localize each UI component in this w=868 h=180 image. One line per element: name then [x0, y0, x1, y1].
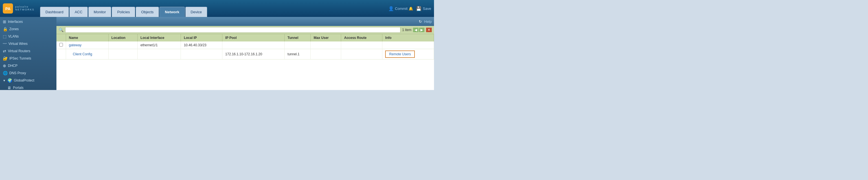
- main-container: ⊞ Interfaces 🔒 Zones ⬚ VLANs 〰 Virtual W…: [0, 17, 434, 90]
- content-panel: ↻ Help 🔍 1 item ◀ ▶ ✕ Name Location: [56, 17, 434, 90]
- commit-icon: 👤: [388, 6, 394, 11]
- col-name: Name: [66, 34, 108, 41]
- sidebar-item-interfaces[interactable]: ⊞ Interfaces: [0, 18, 56, 25]
- prev-page-button[interactable]: ◀: [413, 28, 418, 32]
- table-container: Name Location Local Interface Local IP I…: [56, 34, 434, 90]
- commit-button[interactable]: 👤 Commit 🔔: [388, 6, 413, 11]
- sidebar-item-vlans[interactable]: ⬚ VLANs: [0, 33, 56, 40]
- tab-acc[interactable]: ACC: [69, 7, 88, 17]
- col-access-route: Access Route: [341, 34, 382, 41]
- row-child-ip-pool-cell: 172.16.1.10-172.16.1.20: [222, 49, 285, 60]
- col-checkbox: [56, 34, 66, 41]
- row-info-cell: [382, 41, 434, 49]
- remote-users-button[interactable]: Remote Users: [385, 51, 415, 58]
- row-checkbox[interactable]: [59, 43, 63, 47]
- nav-tabs: Dashboard ACC Monitor Policies Objects N…: [40, 0, 207, 17]
- dns-icon: 🌐: [3, 71, 8, 75]
- table-row: gateway ethernet1/1 10.46.40.33/23: [56, 41, 434, 49]
- row-info-value-cell: Remote Users: [382, 49, 434, 60]
- commit-notify-icon: 🔔: [409, 6, 413, 11]
- sidebar-item-globalprotect[interactable]: ▼ 🌍 GlobalProtect: [0, 77, 56, 84]
- row-child-tunnel-cell: tunnel.1: [284, 49, 311, 60]
- col-local-ip: Local IP: [181, 34, 222, 41]
- client-config-link[interactable]: Client Config: [73, 52, 92, 56]
- sidebar-item-ipsec-tunnels[interactable]: 🔐 IPSec Tunnels: [0, 55, 56, 62]
- top-right-actions: 👤 Commit 🔔 💾 Save: [388, 6, 431, 11]
- table-row-child: Client Config 172.16.1.10-172.16.1.20 tu…: [56, 49, 434, 60]
- sidebar-item-portals[interactable]: 🖥 Portals: [0, 84, 56, 90]
- item-count: 1 item: [402, 28, 411, 32]
- svg-text:PA: PA: [5, 6, 10, 11]
- col-info: Info: [382, 34, 434, 41]
- zones-icon: 🔒: [3, 27, 8, 31]
- interfaces-icon: ⊞: [3, 20, 6, 24]
- next-page-button[interactable]: ▶: [419, 28, 425, 32]
- virtual-routers-icon: ⇄: [3, 49, 6, 53]
- save-button[interactable]: 💾 Save: [416, 6, 431, 11]
- sidebar-item-virtual-wires[interactable]: 〰 Virtual Wires: [0, 40, 56, 48]
- col-ip-pool: IP Pool: [222, 34, 285, 41]
- sidebar: ⊞ Interfaces 🔒 Zones ⬚ VLANs 〰 Virtual W…: [0, 17, 56, 90]
- logo-area: PA paloalto NETWORKS: [3, 3, 34, 13]
- top-bar: PA paloalto NETWORKS Dashboard ACC Monit…: [0, 0, 434, 17]
- row-child-interface-cell: [137, 49, 181, 60]
- logo-text: paloalto NETWORKS: [15, 6, 34, 11]
- tree-arrow-icon: ▼: [3, 79, 6, 82]
- row-child-name-cell: Client Config: [66, 49, 108, 60]
- help-button[interactable]: Help: [424, 20, 432, 24]
- tab-policies[interactable]: Policies: [112, 7, 135, 17]
- close-search-button[interactable]: ✕: [426, 28, 432, 32]
- row-tunnel-cell: [284, 41, 311, 49]
- sidebar-item-dns-proxy[interactable]: 🌐 DNS Proxy: [0, 69, 56, 77]
- sidebar-item-dhcp[interactable]: ⊕ DHCP: [0, 62, 56, 69]
- row-local-ip-cell: 10.46.40.33/23: [181, 41, 222, 49]
- logo-sub: NETWORKS: [15, 8, 34, 11]
- dhcp-icon: ⊕: [3, 63, 6, 68]
- ipsec-icon: 🔐: [3, 56, 8, 61]
- tab-network[interactable]: Network: [159, 7, 185, 17]
- refresh-button[interactable]: ↻: [419, 20, 422, 24]
- vlans-icon: ⬚: [3, 34, 6, 39]
- search-bar: 🔍 1 item ◀ ▶ ✕: [56, 26, 434, 34]
- row-child-local-ip-cell: [181, 49, 222, 60]
- row-access-route-cell: [341, 41, 382, 49]
- row-checkbox-cell: [56, 41, 66, 49]
- row-child-checkbox-cell: [56, 49, 66, 60]
- portals-icon: 🖥: [7, 86, 11, 90]
- tab-objects[interactable]: Objects: [136, 7, 159, 17]
- col-location: Location: [108, 34, 137, 41]
- tab-monitor[interactable]: Monitor: [88, 7, 111, 17]
- tab-device[interactable]: Device: [185, 7, 208, 17]
- col-local-interface: Local Interface: [137, 34, 181, 41]
- tab-dashboard[interactable]: Dashboard: [40, 7, 69, 17]
- row-ip-pool-cell: [222, 41, 285, 49]
- row-name-cell: gateway: [66, 41, 108, 49]
- content-header: ↻ Help: [56, 17, 434, 26]
- row-child-max-user-cell: [311, 49, 341, 60]
- globalprotect-icon: 🌍: [7, 78, 12, 83]
- search-icon[interactable]: 🔍: [59, 28, 63, 32]
- table-header-row: Name Location Local Interface Local IP I…: [56, 34, 434, 41]
- logo-icon: PA: [3, 3, 13, 13]
- gateways-table: Name Location Local Interface Local IP I…: [56, 34, 434, 60]
- search-input[interactable]: [65, 27, 400, 33]
- sidebar-item-virtual-routers[interactable]: ⇄ Virtual Routers: [0, 48, 56, 55]
- gateway-link[interactable]: gateway: [69, 43, 82, 47]
- nav-arrows: ◀ ▶: [413, 28, 425, 32]
- row-local-interface-cell: ethernet1/1: [137, 41, 181, 49]
- sidebar-item-zones[interactable]: 🔒 Zones: [0, 25, 56, 33]
- row-child-access-route-cell: [341, 49, 382, 60]
- col-tunnel: Tunnel: [284, 34, 311, 41]
- save-icon: 💾: [416, 6, 422, 11]
- row-max-user-cell: [311, 41, 341, 49]
- virtual-wires-icon: 〰: [3, 41, 7, 46]
- row-child-location-cell: [108, 49, 137, 60]
- row-location-cell: [108, 41, 137, 49]
- col-max-user: Max User: [311, 34, 341, 41]
